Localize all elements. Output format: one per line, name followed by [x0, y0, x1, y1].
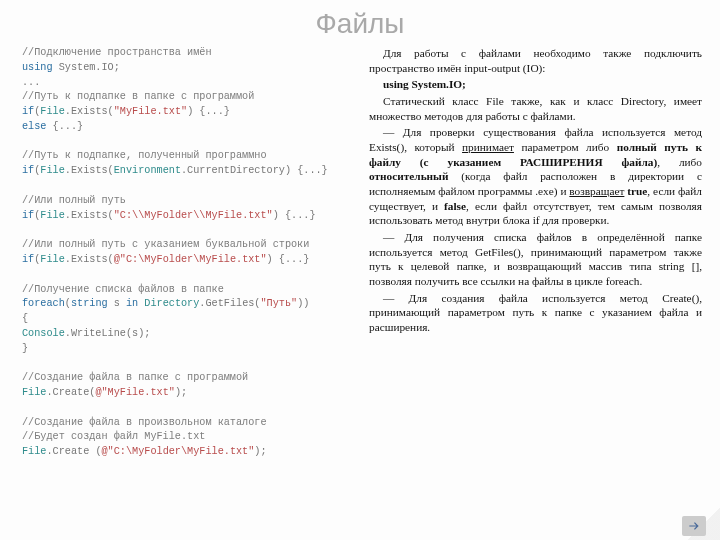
code-ty: File [22, 446, 46, 457]
code-text: s [108, 298, 126, 309]
code-text: {...} [46, 121, 83, 132]
para: Для работы с файлами необходимо также по… [369, 46, 702, 75]
t: принимает [462, 141, 514, 153]
code-kw: if [22, 254, 34, 265]
code-kw: if [22, 106, 34, 117]
code-kw: if [22, 165, 34, 176]
t: параметром либо [514, 141, 617, 153]
code-inline: using System.IO; [383, 78, 466, 90]
code-kw: in [126, 298, 138, 309]
code-line: //Создание файла в произвольном каталоге [22, 417, 267, 428]
code-kw: else [22, 121, 46, 132]
code-text: System.IO; [53, 62, 120, 73]
t: false [444, 200, 466, 212]
para: — Для проверки существования файла испол… [369, 125, 702, 228]
code-line: { [22, 313, 28, 324]
code-st: @"MyFile.txt" [95, 387, 174, 398]
code-line: //Путь к подпапке в папке с программой [22, 91, 254, 102]
code-kw: string [71, 298, 108, 309]
code-text: .Exists( [65, 254, 114, 265]
page-title: Файлы [0, 8, 720, 40]
explanation-text: Для работы с файлами необходимо также по… [369, 46, 702, 460]
t: возвращает [569, 185, 624, 197]
code-ty: File [40, 254, 64, 265]
code-text: .Create( [46, 387, 95, 398]
code-st: "MyFile.txt" [114, 106, 187, 117]
next-button[interactable] [682, 516, 706, 536]
slide: Файлы //Подключение пространства имён us… [0, 8, 720, 540]
code-ty: File [40, 210, 64, 221]
code-text: .Create ( [46, 446, 101, 457]
code-kw: using [22, 62, 53, 73]
code-st: "Путь" [260, 298, 297, 309]
para: — Для создания файла используется метод … [369, 291, 702, 335]
code-text: .Exists( [65, 106, 114, 117]
code-line: //Подключение пространства имён [22, 47, 212, 58]
code-text: .CurrentDirectory) {...} [181, 165, 328, 176]
code-ty: Environment [114, 165, 181, 176]
code-text: ) {...} [267, 254, 310, 265]
code-ty: Console [22, 328, 65, 339]
code-st: @"C:\MyFolder\MyFile.txt" [102, 446, 255, 457]
code-ty: Directory [144, 298, 199, 309]
t: true [627, 185, 647, 197]
code-line: //Получение списка файлов в папке [22, 284, 224, 295]
code-ty: File [40, 106, 64, 117]
code-ty: File [22, 387, 46, 398]
code-text: .Exists( [65, 210, 114, 221]
code-kw: foreach [22, 298, 65, 309]
code-text: .WriteLine(s); [65, 328, 151, 339]
code-text: .GetFiles( [199, 298, 260, 309]
code-line: //Или полный путь с указанием буквальной… [22, 239, 309, 250]
code-line: //Будет создан файл MyFile.txt [22, 431, 205, 442]
code-line: ... [22, 77, 40, 88]
code-st: "C:\\MyFolder\\MyFile.txt" [114, 210, 273, 221]
code-ty: File [40, 165, 64, 176]
code-text: ); [175, 387, 187, 398]
code-line: //Или полный путь [22, 195, 126, 206]
code-text: ) {...} [273, 210, 316, 221]
code-text: .Exists( [65, 165, 114, 176]
code-kw: if [22, 210, 34, 221]
t: относительный [369, 170, 448, 182]
code-text: )) [297, 298, 309, 309]
para: — Для получения списка файлов в определё… [369, 230, 702, 289]
code-line: //Создание файла в папке с программой [22, 372, 248, 383]
code-text: ) {...} [187, 106, 230, 117]
code-block: //Подключение пространства имён using Sy… [22, 46, 355, 460]
t: , либо [657, 156, 702, 168]
content-columns: //Подключение пространства имён using Sy… [0, 46, 720, 460]
para: Статический класс File также, как и клас… [369, 94, 702, 123]
code-line: } [22, 343, 28, 354]
para: using System.IO; [369, 77, 702, 92]
code-text: ); [254, 446, 266, 457]
code-st: @"C:\MyFolder\MyFile.txt" [114, 254, 267, 265]
arrow-right-icon [687, 519, 701, 533]
code-line: //Путь к подпапке, полученный программно [22, 150, 267, 161]
